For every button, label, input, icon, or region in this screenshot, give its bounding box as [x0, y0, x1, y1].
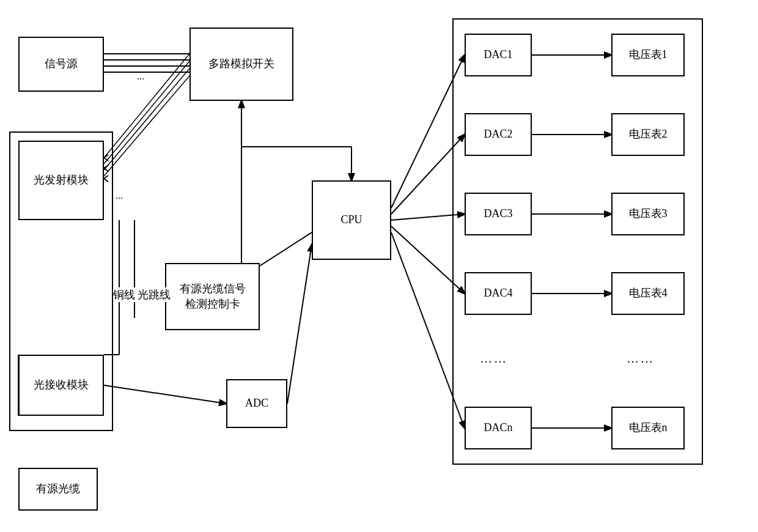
cpu-label: CPU [340, 212, 362, 227]
mux-label: 多路模拟开关 [208, 56, 274, 72]
cpu-box: CPU [312, 180, 391, 260]
active-cable-box: 有源光缆 [18, 468, 98, 511]
active-cable-label: 有源光缆 [36, 481, 80, 497]
dac-volt-outer-box [452, 18, 703, 465]
signal-source-box: 信号源 [18, 37, 104, 92]
active-cable-card-label: 有源光缆信号检测控制卡 [180, 281, 246, 312]
svg-line-8 [104, 54, 190, 158]
svg-line-22 [287, 245, 312, 404]
adc-label: ADC [245, 396, 268, 411]
signal-source-label: 信号源 [45, 56, 78, 72]
svg-text:···: ··· [116, 193, 123, 204]
diagram: ··· ··· [0, 0, 758, 532]
svg-line-9 [104, 61, 190, 164]
active-cable-card-box: 有源光缆信号检测控制卡 [165, 263, 260, 330]
optical-jumper-label: 光跳线 [138, 287, 171, 302]
mux-box: 多路模拟开关 [190, 28, 293, 101]
svg-line-10 [104, 68, 190, 170]
svg-line-11 [104, 76, 190, 176]
svg-line-21 [104, 385, 226, 404]
adc-box: ADC [226, 379, 287, 428]
optical-components-outer-box [9, 131, 113, 431]
copper-wire-label: 铜线 [113, 287, 135, 302]
svg-text:···: ··· [137, 74, 144, 84]
